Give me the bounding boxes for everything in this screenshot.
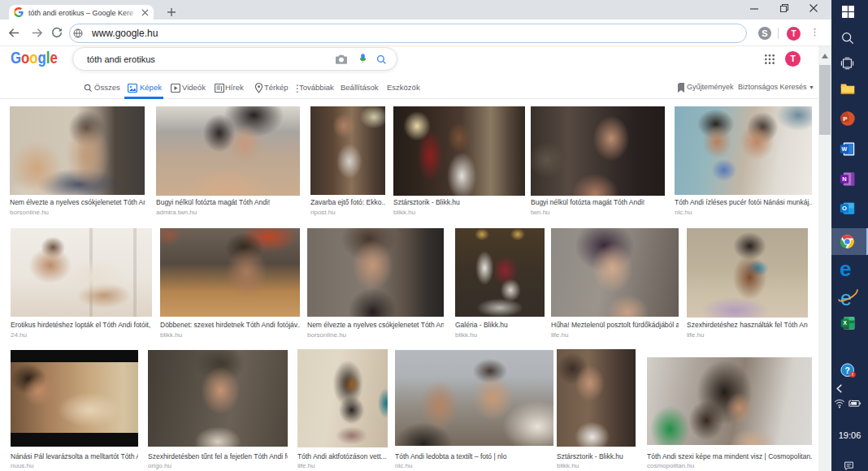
svg-text:X: X bbox=[843, 320, 847, 326]
svg-text:N: N bbox=[842, 175, 846, 183]
svg-text:P: P bbox=[843, 115, 847, 123]
svg-text:?: ? bbox=[845, 366, 850, 375]
svg-text:W: W bbox=[842, 146, 848, 153]
svg-text:O: O bbox=[842, 205, 847, 212]
svg-text:!: ! bbox=[852, 372, 853, 377]
